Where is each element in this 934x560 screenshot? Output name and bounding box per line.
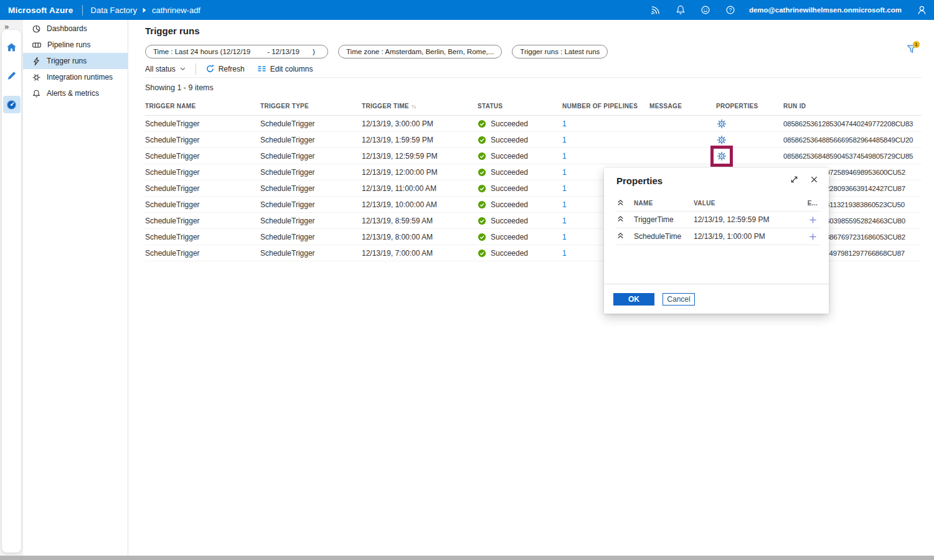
pipelines-count-link[interactable]: 1: [562, 233, 567, 241]
rail-card: [2, 30, 21, 553]
cell-trigger-time: 12/13/19, 8:59:59 AM: [362, 217, 478, 225]
col-properties: PROPERTIES: [716, 103, 783, 110]
property-add-button[interactable]: [808, 232, 818, 241]
breadcrumb-app[interactable]: Data Factory: [91, 6, 137, 15]
col-trigger-type: TRIGGER TYPE: [260, 103, 362, 110]
popup-property-row: TriggerTime 12/13/19, 12:59:59 PM: [616, 212, 820, 228]
table-row: ScheduleTrigger ScheduleTrigger 12/13/19…: [145, 116, 922, 132]
page-title: Trigger runs: [145, 26, 922, 36]
cell-trigger-time: 12/13/19, 7:00:00 AM: [362, 249, 478, 258]
cell-properties: [716, 119, 783, 128]
home-icon[interactable]: [3, 39, 21, 56]
close-icon: [809, 175, 819, 184]
ok-button[interactable]: OK: [613, 293, 654, 306]
cancel-button[interactable]: Cancel: [663, 293, 695, 306]
azure-brand: Microsoft Azure: [8, 6, 73, 15]
sidebar-item-label: Dashboards: [47, 24, 87, 33]
status-filter-label: All status: [145, 65, 176, 73]
cell-status: Succeeded: [478, 200, 562, 209]
pipelines-count-link[interactable]: 1: [562, 249, 567, 258]
pipelines-count-link[interactable]: 1: [562, 168, 567, 177]
cell-run-id: 08586253684859045374549805729CU85: [783, 152, 922, 160]
expand-icon: [790, 175, 799, 184]
breadcrumb-arrow-icon: [143, 7, 146, 13]
account-person-icon[interactable]: [909, 0, 934, 20]
edit-columns-icon: [257, 64, 267, 73]
feedback-smiley-icon[interactable]: [693, 0, 718, 20]
author-pencil-icon[interactable]: [3, 67, 21, 85]
cell-trigger-time: 12/13/19, 10:00:00 AM: [362, 200, 478, 209]
cell-status: Succeeded: [478, 249, 562, 258]
status-label: Succeeded: [491, 233, 528, 241]
succeeded-check-icon: [478, 249, 486, 258]
window-bottom-edge: [0, 556, 934, 560]
property-name: TriggerTime: [634, 215, 694, 224]
collapse-all-icon[interactable]: [616, 198, 634, 208]
cell-trigger-name: ScheduleTrigger: [145, 152, 260, 161]
sidebar-item-integration-runtimes[interactable]: Integration runtimes: [23, 69, 128, 85]
cell-trigger-name: ScheduleTrigger: [145, 249, 260, 258]
popup-title: Properties: [616, 175, 663, 186]
pipelines-count-link[interactable]: 1: [562, 184, 567, 193]
trigger-runs-filter-pill[interactable]: Trigger runs : Latest runs: [512, 45, 608, 58]
filter-funnel-icon[interactable]: 1: [907, 45, 917, 56]
pipelines-count-link[interactable]: 1: [562, 217, 567, 225]
cell-trigger-type: ScheduleTrigger: [260, 168, 362, 177]
col-trigger-time[interactable]: TRIGGER TIME ↑↓: [362, 103, 478, 110]
cell-trigger-type: ScheduleTrigger: [260, 200, 362, 209]
cell-status: Succeeded: [478, 152, 562, 161]
cell-pipelines: 1: [562, 136, 649, 144]
sidebar-item-pipeline-runs[interactable]: Pipeline runs: [23, 37, 128, 53]
dashboards-icon: [32, 24, 41, 34]
cell-trigger-type: ScheduleTrigger: [260, 233, 362, 241]
cell-status: Succeeded: [478, 119, 562, 128]
sidebar-item-label: Alerts & metrics: [47, 89, 99, 98]
sidebar-item-dashboards[interactable]: Dashboards: [23, 21, 128, 37]
gear-icon: [717, 136, 726, 144]
notifications-bell-icon[interactable]: [668, 0, 693, 20]
pipelines-count-link[interactable]: 1: [562, 136, 567, 144]
account-email[interactable]: demo@cathrinewilhelmsen.onmicrosoft.com: [749, 6, 902, 14]
properties-gear-button[interactable]: [716, 152, 726, 161]
time-filter-end-date[interactable]: - 12/13/19: [267, 48, 300, 55]
chevron-down-icon: [179, 65, 186, 72]
collapse-row-icon[interactable]: [616, 231, 634, 241]
collapse-row-icon[interactable]: [616, 215, 634, 225]
edit-columns-label: Edit columns: [270, 65, 313, 73]
property-add-button[interactable]: [808, 215, 818, 225]
timezone-filter-pill[interactable]: Time zone : Amsterdam, Berlin, Bern, Rom…: [338, 45, 502, 58]
breadcrumb-instance[interactable]: cathrinew-adf: [152, 6, 200, 15]
sidebar-item-trigger-runs[interactable]: Trigger runs: [23, 53, 128, 69]
cell-trigger-type: ScheduleTrigger: [260, 152, 362, 161]
cell-status: Succeeded: [478, 136, 562, 144]
time-filter-pill[interactable]: Time : Last 24 hours (12/12/19 - 12/13/1…: [145, 45, 328, 58]
help-icon[interactable]: ?: [718, 0, 743, 20]
icon-rail: »: [0, 20, 23, 556]
filter-pills: Time : Last 24 hours (12/12/19 - 12/13/1…: [145, 44, 922, 59]
cell-trigger-name: ScheduleTrigger: [145, 168, 260, 177]
pipelines-count-link[interactable]: 1: [562, 152, 567, 161]
sort-arrows-icon[interactable]: ↑↓: [412, 103, 416, 110]
refresh-icon: [205, 64, 215, 73]
popup-expand-button[interactable]: [790, 175, 799, 184]
properties-gear-button[interactable]: [716, 119, 726, 128]
cell-pipelines: 1: [562, 119, 649, 128]
sidebar-item-alerts-metrics[interactable]: Alerts & metrics: [23, 85, 128, 101]
popup-close-button[interactable]: [809, 175, 819, 184]
cell-trigger-type: ScheduleTrigger: [260, 217, 362, 225]
status-label: Succeeded: [491, 168, 528, 177]
table-header-row: TRIGGER NAME TRIGGER TYPE TRIGGER TIME ↑…: [145, 97, 922, 116]
pipelines-count-link[interactable]: 1: [562, 119, 567, 128]
properties-gear-button[interactable]: [716, 136, 726, 144]
status-filter-dropdown[interactable]: All status: [145, 65, 186, 73]
refresh-button[interactable]: Refresh: [205, 64, 245, 73]
cell-pipelines: 1: [562, 152, 649, 161]
alerts-bell-icon: [32, 89, 41, 98]
col-pipelines: NUMBER OF PIPELINES: [562, 103, 649, 110]
signal-icon[interactable]: [643, 0, 668, 20]
sidebar-item-label: Trigger runs: [47, 57, 87, 65]
plus-icon: [808, 232, 818, 241]
edit-columns-button[interactable]: Edit columns: [257, 64, 313, 73]
pipelines-count-link[interactable]: 1: [562, 200, 567, 209]
monitor-gauge-icon[interactable]: [3, 96, 21, 113]
